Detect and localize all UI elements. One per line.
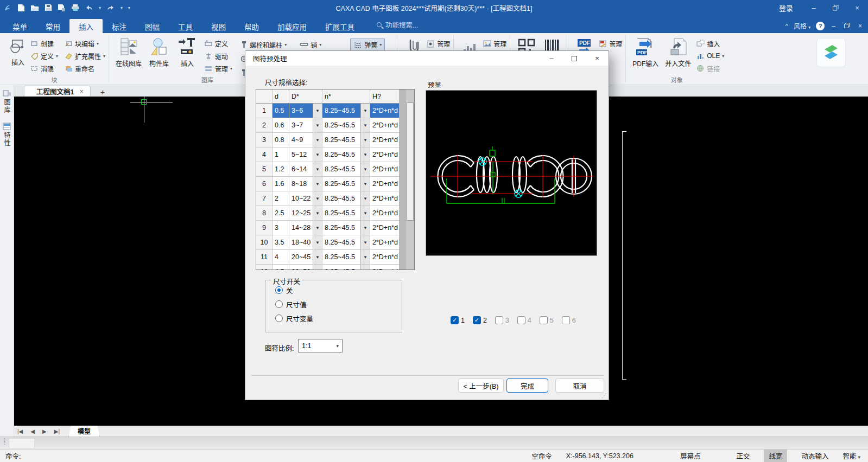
cell-D-range[interactable]: 20~45▼ [289, 250, 322, 265]
block-define-button[interactable]: 定义▾ [30, 50, 58, 61]
command-prompt[interactable]: 命令: [0, 451, 21, 461]
redo-icon[interactable] [106, 4, 115, 11]
cell-H-formula[interactable]: 2*D+n*d [370, 191, 399, 206]
cell-n-range[interactable]: 8.25~45.5▼ [322, 206, 370, 221]
component-library-button[interactable]: 构件库 [145, 35, 173, 70]
object-link-button[interactable]: 链接 [696, 63, 724, 74]
login-button[interactable]: 登录 [769, 3, 803, 13]
cell-dropdown-button[interactable]: ▼ [360, 177, 370, 191]
table-row[interactable]: 124.522~50▼8.25~45.5▼2*D+n*d [256, 265, 399, 270]
row-number-cell[interactable]: 12 [256, 265, 273, 270]
dialog-minimize-button[interactable]: – [540, 51, 563, 66]
save-icon[interactable] [45, 4, 52, 11]
cell-dropdown-button[interactable]: ▼ [360, 118, 370, 132]
cell-D-range[interactable]: 14~28▼ [289, 221, 322, 235]
cell-d[interactable]: 4.5 [273, 265, 289, 270]
cell-H-formula[interactable]: 2*D+n*d [370, 221, 399, 235]
object-ole-button[interactable]: OLE▾ [696, 50, 724, 61]
cell-d[interactable]: 1.6 [273, 177, 289, 191]
app-logo-icon[interactable] [3, 3, 12, 12]
cell-dropdown-button[interactable]: ▼ [360, 162, 370, 176]
menu-tab-标注[interactable]: 标注 [103, 19, 136, 33]
cell-dropdown-button[interactable]: ▼ [360, 206, 370, 220]
dialog-resize-grip[interactable]: ⋰ [601, 393, 607, 399]
merge-file-button[interactable]: 并入文件 [662, 35, 694, 70]
collapse-ribbon-icon[interactable]: ^ [785, 23, 788, 29]
menu-tab-视图[interactable]: 视图 [202, 19, 235, 33]
library-drive-button[interactable]: 驱动 [205, 50, 232, 61]
line-width-toggle[interactable]: 线宽 [764, 450, 787, 462]
cell-H-formula[interactable]: 2*D+n*d [370, 147, 399, 162]
cell-n-range[interactable]: 8.25~45.5▼ [322, 250, 370, 265]
block-hide-button[interactable]: 消隐 [30, 63, 58, 74]
ortho-toggle[interactable]: 正交 [736, 451, 750, 461]
cell-H-formula[interactable]: 2*D+n*d [370, 250, 399, 265]
cell-n-range[interactable]: 8.25~45.5▼ [322, 104, 370, 118]
last-page-icon[interactable]: ▶| [51, 428, 63, 434]
part-pin-button[interactable]: 销▾ [297, 39, 324, 50]
cell-dropdown-button[interactable]: ▼ [360, 221, 370, 235]
menu-tab-加载应用[interactable]: 加载应用 [268, 19, 316, 33]
style-dropdown[interactable]: 风格 ▾ [794, 21, 810, 30]
radio-button[interactable] [275, 315, 283, 322]
dynamic-input-toggle[interactable]: 动态输入 [801, 451, 828, 461]
table-row[interactable]: 9314~28▼8.25~45.5▼2*D+n*d [256, 221, 399, 235]
cell-n-range[interactable]: 8.25~45.5▼ [322, 177, 370, 191]
view-checkbox-1[interactable]: ✓1 [451, 316, 465, 324]
cell-n-range[interactable]: 8.25~45.5▼ [322, 191, 370, 206]
checkbox-icon[interactable] [540, 316, 548, 324]
cell-n-range[interactable]: 8.25~45.5▼ [322, 235, 370, 250]
side-tab-properties[interactable]: 特性 [0, 118, 14, 151]
table-row[interactable]: 20.63~7▼8.25~45.5▼2*D+n*d [256, 118, 399, 133]
next-page-icon[interactable]: ▶ [39, 428, 50, 434]
table-header-cell[interactable]: d [273, 89, 289, 104]
dialog-maximize-button[interactable] [563, 51, 586, 66]
cell-dropdown-button[interactable]: ▼ [360, 147, 370, 162]
row-number-cell[interactable]: 1 [256, 104, 273, 118]
menu-tab-图幅[interactable]: 图幅 [136, 19, 169, 33]
cell-H-formula[interactable]: 2*D+n*d [370, 177, 399, 191]
table-header-cell[interactable]: n* [322, 89, 370, 104]
row-number-cell[interactable]: 4 [256, 147, 273, 162]
cell-D-range[interactable]: 18~40▼ [289, 235, 322, 250]
table-row[interactable]: 51.26~14▼8.25~45.5▼2*D+n*d [256, 162, 399, 177]
view-checkbox-4[interactable]: 4 [517, 316, 531, 324]
help-icon[interactable]: ? [816, 22, 825, 30]
cell-d[interactable]: 3 [273, 221, 289, 235]
cell-D-range[interactable]: 10~22▼ [289, 191, 322, 206]
function-search[interactable]: 功能搜索... [377, 20, 418, 30]
size-switch-radio-尺寸值[interactable]: 尺寸值 [275, 300, 402, 309]
new-file-icon[interactable] [17, 4, 25, 12]
document-tab[interactable]: 工程图文档1 × [24, 86, 91, 97]
table-row[interactable]: 7210~22▼8.25~45.5▼2*D+n*d [256, 191, 399, 206]
table-row[interactable]: 103.518~40▼8.25~45.5▼2*D+n*d [256, 235, 399, 250]
block-insert-button[interactable]: 插入 [5, 35, 30, 69]
menu-tab-插入[interactable]: 插入 [69, 19, 103, 33]
first-page-icon[interactable]: |◀ [14, 428, 26, 434]
cell-d[interactable]: 0.8 [273, 133, 289, 147]
cell-d[interactable]: 1 [273, 147, 289, 162]
cell-D-range[interactable]: 8~18▼ [289, 177, 322, 191]
cell-d[interactable]: 1.2 [273, 162, 289, 177]
menu-tab-常用[interactable]: 常用 [36, 19, 69, 33]
cell-dropdown-button[interactable]: ▼ [313, 177, 322, 191]
cell-dropdown-button[interactable]: ▼ [360, 235, 370, 249]
view-checkbox-2[interactable]: ✓2 [473, 316, 487, 324]
close-button[interactable]: × [846, 0, 868, 15]
table-row[interactable]: 61.68~18▼8.25~45.5▼2*D+n*d [256, 177, 399, 191]
cell-d[interactable]: 4 [273, 250, 289, 265]
undo-dropdown-icon[interactable]: ▾ [99, 5, 101, 10]
doc-close-button[interactable]: × [857, 22, 864, 30]
cell-D-range[interactable]: 3~7▼ [289, 118, 322, 133]
cell-dropdown-button[interactable]: ▼ [313, 265, 322, 270]
cell-dropdown-button[interactable]: ▼ [360, 191, 370, 206]
checkbox-icon[interactable] [517, 316, 525, 324]
doc-restore-button[interactable] [842, 22, 851, 30]
view-checkbox-3[interactable]: 3 [495, 316, 509, 324]
cell-dropdown-button[interactable]: ▼ [313, 118, 322, 132]
cell-dropdown-button[interactable]: ▼ [313, 133, 322, 147]
cell-n-range[interactable]: 8.25~45.5▼ [322, 133, 370, 147]
side-tab-library[interactable]: 图库 [0, 85, 14, 118]
screen-point-toggle[interactable]: 屏幕点 [680, 451, 701, 461]
pdf-manage-button[interactable]: 管理 [599, 38, 622, 49]
